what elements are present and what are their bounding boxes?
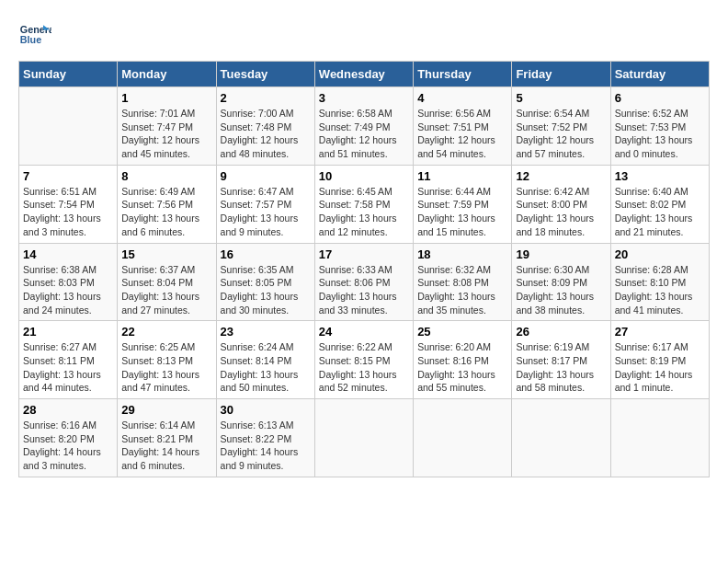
cell-info: Sunrise: 6:38 AMSunset: 8:03 PMDaylight:… [23, 263, 113, 317]
cell-info: Sunrise: 6:32 AMSunset: 8:08 PMDaylight:… [417, 263, 507, 317]
day-number: 11 [417, 169, 507, 183]
cell-info: Sunrise: 6:20 AMSunset: 8:16 PMDaylight:… [417, 340, 507, 395]
cell-info: Sunrise: 6:45 AMSunset: 7:58 PMDaylight:… [319, 185, 409, 239]
cell-info: Sunrise: 6:25 AMSunset: 8:13 PMDaylight:… [121, 340, 211, 395]
cell-info: Sunrise: 6:52 AMSunset: 7:53 PMDaylight:… [615, 107, 705, 161]
calendar-cell: 18Sunrise: 6:32 AMSunset: 8:08 PMDayligh… [414, 243, 512, 321]
calendar-cell: 4Sunrise: 6:56 AMSunset: 7:51 PMDaylight… [414, 87, 512, 166]
calendar-cell [19, 87, 118, 166]
cell-info: Sunrise: 6:33 AMSunset: 8:06 PMDaylight:… [319, 263, 409, 317]
cell-info: Sunrise: 6:40 AMSunset: 8:02 PMDaylight:… [615, 185, 705, 239]
cell-info: Sunrise: 6:19 AMSunset: 8:17 PMDaylight:… [516, 340, 606, 395]
cell-info: Sunrise: 7:00 AMSunset: 7:48 PMDaylight:… [221, 107, 311, 161]
day-header-monday: Monday [118, 62, 216, 87]
calendar-cell [512, 399, 610, 477]
cell-info: Sunrise: 6:58 AMSunset: 7:49 PMDaylight:… [319, 107, 409, 161]
calendar-cell: 23Sunrise: 6:24 AMSunset: 8:14 PMDayligh… [216, 321, 314, 399]
day-number: 16 [221, 247, 311, 261]
calendar-cell: 26Sunrise: 6:19 AMSunset: 8:17 PMDayligh… [512, 321, 610, 399]
cell-info: Sunrise: 6:56 AMSunset: 7:51 PMDaylight:… [417, 107, 507, 161]
calendar-cell: 16Sunrise: 6:35 AMSunset: 8:05 PMDayligh… [216, 243, 314, 321]
day-number: 1 [121, 91, 211, 105]
day-number: 12 [516, 169, 606, 183]
calendar-cell: 2Sunrise: 7:00 AMSunset: 7:48 PMDaylight… [216, 87, 314, 166]
calendar-cell: 9Sunrise: 6:47 AMSunset: 7:57 PMDaylight… [216, 165, 314, 243]
day-number: 3 [319, 91, 409, 105]
day-number: 10 [319, 169, 409, 183]
week-row-2: 7Sunrise: 6:51 AMSunset: 7:54 PMDaylight… [19, 165, 710, 243]
calendar-body: 1Sunrise: 7:01 AMSunset: 7:47 PMDaylight… [19, 87, 710, 477]
cell-info: Sunrise: 6:54 AMSunset: 7:52 PMDaylight:… [516, 107, 606, 161]
svg-text:Blue: Blue [20, 34, 41, 45]
cell-info: Sunrise: 6:28 AMSunset: 8:10 PMDaylight:… [615, 263, 705, 317]
day-number: 22 [121, 325, 211, 339]
day-number: 21 [23, 325, 113, 339]
day-number: 15 [121, 247, 211, 261]
day-header-friday: Friday [512, 62, 610, 87]
day-number: 9 [221, 169, 311, 183]
day-number: 29 [121, 403, 211, 417]
cell-info: Sunrise: 6:24 AMSunset: 8:14 PMDaylight:… [221, 340, 311, 395]
cell-info: Sunrise: 6:27 AMSunset: 8:11 PMDaylight:… [23, 340, 113, 395]
calendar-cell: 1Sunrise: 7:01 AMSunset: 7:47 PMDaylight… [118, 87, 216, 166]
day-header-wednesday: Wednesday [314, 62, 413, 87]
calendar-cell: 12Sunrise: 6:42 AMSunset: 8:00 PMDayligh… [512, 165, 610, 243]
week-row-3: 14Sunrise: 6:38 AMSunset: 8:03 PMDayligh… [19, 243, 710, 321]
cell-info: Sunrise: 6:35 AMSunset: 8:05 PMDaylight:… [221, 263, 311, 317]
logo-icon: General Blue [18, 18, 51, 52]
week-row-4: 21Sunrise: 6:27 AMSunset: 8:11 PMDayligh… [19, 321, 710, 399]
calendar-cell: 30Sunrise: 6:13 AMSunset: 8:22 PMDayligh… [216, 399, 314, 477]
day-number: 6 [615, 91, 705, 105]
calendar-cell [610, 399, 709, 477]
calendar-cell: 10Sunrise: 6:45 AMSunset: 7:58 PMDayligh… [314, 165, 413, 243]
day-number: 19 [516, 247, 606, 261]
day-number: 13 [615, 169, 705, 183]
cell-info: Sunrise: 6:30 AMSunset: 8:09 PMDaylight:… [516, 263, 606, 317]
cell-info: Sunrise: 6:42 AMSunset: 8:00 PMDaylight:… [516, 185, 606, 239]
calendar-cell: 17Sunrise: 6:33 AMSunset: 8:06 PMDayligh… [314, 243, 413, 321]
calendar-cell: 13Sunrise: 6:40 AMSunset: 8:02 PMDayligh… [610, 165, 709, 243]
calendar-cell: 3Sunrise: 6:58 AMSunset: 7:49 PMDaylight… [314, 87, 413, 166]
day-number: 25 [417, 325, 507, 339]
calendar-cell: 25Sunrise: 6:20 AMSunset: 8:16 PMDayligh… [414, 321, 512, 399]
day-header-sunday: Sunday [19, 62, 118, 87]
calendar-cell: 6Sunrise: 6:52 AMSunset: 7:53 PMDaylight… [610, 87, 709, 166]
cell-info: Sunrise: 6:16 AMSunset: 8:20 PMDaylight:… [23, 419, 113, 473]
day-number: 27 [615, 325, 705, 339]
day-number: 26 [516, 325, 606, 339]
day-number: 30 [221, 403, 311, 417]
calendar-cell: 14Sunrise: 6:38 AMSunset: 8:03 PMDayligh… [19, 243, 118, 321]
day-number: 7 [23, 169, 113, 183]
calendar-cell: 24Sunrise: 6:22 AMSunset: 8:15 PMDayligh… [314, 321, 413, 399]
day-number: 23 [221, 325, 311, 339]
day-header-tuesday: Tuesday [216, 62, 314, 87]
calendar-cell [414, 399, 512, 477]
day-number: 18 [417, 247, 507, 261]
calendar-cell: 22Sunrise: 6:25 AMSunset: 8:13 PMDayligh… [118, 321, 216, 399]
day-number: 28 [23, 403, 113, 417]
day-header-thursday: Thursday [414, 62, 512, 87]
cell-info: Sunrise: 6:13 AMSunset: 8:22 PMDaylight:… [221, 419, 311, 473]
calendar-cell: 21Sunrise: 6:27 AMSunset: 8:11 PMDayligh… [19, 321, 118, 399]
calendar-cell: 7Sunrise: 6:51 AMSunset: 7:54 PMDaylight… [19, 165, 118, 243]
day-number: 5 [516, 91, 606, 105]
day-number: 14 [23, 247, 113, 261]
calendar-cell: 20Sunrise: 6:28 AMSunset: 8:10 PMDayligh… [610, 243, 709, 321]
day-number: 20 [615, 247, 705, 261]
calendar-cell: 11Sunrise: 6:44 AMSunset: 7:59 PMDayligh… [414, 165, 512, 243]
day-number: 8 [121, 169, 211, 183]
calendar-cell: 8Sunrise: 6:49 AMSunset: 7:56 PMDaylight… [118, 165, 216, 243]
calendar-cell: 15Sunrise: 6:37 AMSunset: 8:04 PMDayligh… [118, 243, 216, 321]
calendar-cell: 28Sunrise: 6:16 AMSunset: 8:20 PMDayligh… [19, 399, 118, 477]
cell-info: Sunrise: 6:17 AMSunset: 8:19 PMDaylight:… [615, 340, 705, 395]
logo: General Blue [18, 18, 51, 52]
calendar-cell: 27Sunrise: 6:17 AMSunset: 8:19 PMDayligh… [610, 321, 709, 399]
day-number: 17 [319, 247, 409, 261]
week-row-5: 28Sunrise: 6:16 AMSunset: 8:20 PMDayligh… [19, 399, 710, 477]
calendar-cell: 19Sunrise: 6:30 AMSunset: 8:09 PMDayligh… [512, 243, 610, 321]
header: General Blue [18, 18, 710, 52]
calendar-cell: 29Sunrise: 6:14 AMSunset: 8:21 PMDayligh… [118, 399, 216, 477]
cell-info: Sunrise: 6:47 AMSunset: 7:57 PMDaylight:… [221, 185, 311, 239]
cell-info: Sunrise: 6:44 AMSunset: 7:59 PMDaylight:… [417, 185, 507, 239]
calendar-header: SundayMondayTuesdayWednesdayThursdayFrid… [19, 62, 710, 87]
